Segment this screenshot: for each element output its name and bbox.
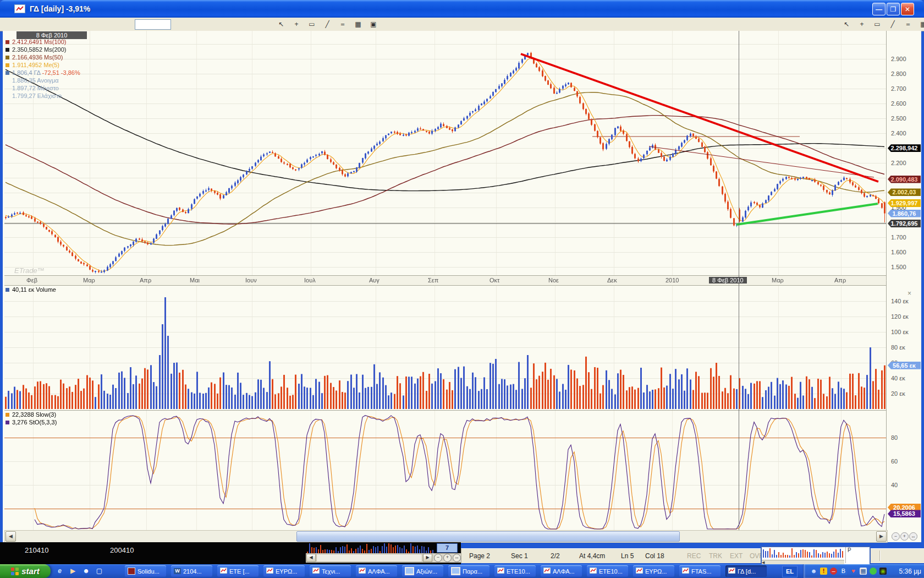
mini-bar (767, 551, 768, 558)
shield-alert-icon[interactable]: ! (820, 568, 827, 575)
taskbar-button[interactable]: FTAS... (679, 565, 721, 577)
scrollbar-thumb[interactable] (296, 531, 680, 542)
mini-scroll-left-icon[interactable]: ◀ (306, 554, 316, 562)
time-axis-label: Δεκ (607, 277, 617, 283)
chart-canvas[interactable] (4, 31, 887, 530)
messenger-status-icon[interactable] (870, 568, 877, 575)
taskbar-button[interactable]: ETE [... (217, 565, 258, 577)
mini-chart-window[interactable]: P ◀ (761, 546, 871, 566)
minimize-button[interactable]: — (872, 3, 886, 15)
taskbar-button[interactable]: Αξιών... (402, 565, 443, 577)
taskbar-button[interactable]: ΕΤΕ10... (494, 565, 536, 577)
taskbar-button[interactable]: W2104... (171, 565, 212, 577)
trendline-icon[interactable]: ╱ (887, 19, 899, 30)
mini-bar (316, 547, 317, 553)
mini-bar (424, 547, 425, 553)
image-icon[interactable]: ▦ (352, 19, 364, 30)
status-toggle-trk[interactable]: TRK (709, 552, 722, 560)
language-indicator[interactable]: EL (782, 566, 798, 577)
windows-flag-icon (11, 568, 19, 575)
legend-line: 2.166,4936 Ms(50) (6, 54, 63, 61)
start-button[interactable]: start (0, 564, 51, 578)
taskbar-button[interactable]: Τεχνι... (310, 565, 351, 577)
status-toggle-ext[interactable]: EXT (730, 552, 743, 560)
zoom-fit-icon[interactable]: ↔ (909, 532, 917, 541)
mini-bar (765, 551, 766, 558)
image-icon[interactable]: ▦ (917, 19, 924, 30)
word-icon: W (174, 568, 181, 574)
zoom-in-icon[interactable]: + (900, 532, 909, 541)
time-axis-label: Ιουν (245, 277, 257, 283)
scroll-right-icon[interactable]: ▶ (876, 531, 887, 542)
no-entry-icon[interactable]: – (830, 568, 837, 575)
window-chart-icon (14, 4, 25, 13)
mini-zoom-out-icon[interactable]: − (434, 554, 442, 562)
time-axis-label: Φεβ (26, 277, 37, 283)
taskbar-button[interactable]: ΕΤΕ10... (587, 565, 628, 577)
user-icon[interactable]: ☻ (810, 568, 817, 575)
mini-bar (366, 544, 367, 553)
mini-bar (402, 548, 403, 553)
desktop: ΓΔ [daily] -3,91% — ❐ ✕ ↖+▭╱＝▦▣ ↖+▭╱＝▦▣ … (0, 0, 924, 578)
price-tick-label: 2.700 (891, 85, 906, 92)
pointer-icon[interactable]: ↖ (275, 19, 287, 30)
rectangle-icon[interactable]: ▭ (871, 19, 883, 30)
calendar-app-icon[interactable]: ▦ (860, 568, 867, 575)
taskbar-button[interactable]: ΕΥΡΩ... (263, 565, 305, 577)
zoom-out-icon[interactable]: − (892, 532, 900, 541)
time-axis-label: Μαρ (83, 277, 95, 283)
time-axis-label: 2010 (666, 277, 679, 283)
close-button[interactable]: ✕ (901, 3, 914, 15)
stoch-legend: 3,276 StO(5,3,3) (6, 419, 57, 426)
bluetooth-icon[interactable]: B (840, 568, 847, 575)
taskbar-button[interactable]: ΕΥΡΩ... (633, 565, 674, 577)
taskbar-button[interactable]: Solidu... (125, 565, 166, 577)
mini-bar (382, 546, 383, 553)
app-icon (128, 568, 135, 575)
mini-scroll-track[interactable] (316, 554, 422, 562)
crosshair-plus-icon[interactable]: + (856, 19, 868, 30)
chart-icon (590, 568, 597, 575)
mini-chart-side-panel: P (845, 547, 870, 563)
messenger-icon[interactable]: ☻ (81, 566, 91, 575)
mini-bar (410, 543, 411, 553)
status-toggle-rec[interactable]: REC (687, 552, 701, 560)
trendline-icon[interactable]: ╱ (321, 19, 333, 30)
price-tick-label: 2.400 (891, 130, 906, 137)
taskbar-button[interactable]: Παρα... (448, 565, 490, 577)
mini-bar (336, 547, 337, 553)
mini-bar (351, 548, 352, 553)
drawing-tools-right: ↖+▭╱＝▦▣ (840, 19, 924, 30)
mini-bar (360, 546, 361, 553)
health-icon[interactable]: ♥ (850, 568, 857, 575)
scroll-left-icon[interactable]: ◀ (6, 531, 16, 542)
equals-icon[interactable]: ＝ (902, 19, 914, 30)
symbol-input[interactable] (135, 19, 171, 30)
mini-zoom-in-icon[interactable]: + (443, 554, 452, 562)
mini-zoom-fit-icon[interactable]: ↔ (453, 554, 461, 562)
equals-icon[interactable]: ＝ (337, 19, 349, 30)
mini-volume-preview[interactable] (307, 543, 435, 553)
taskbar-button[interactable]: ΓΔ [d... (725, 565, 767, 577)
nvidia-icon[interactable]: ◉ (879, 568, 887, 575)
crosshair-plus-icon[interactable]: + (290, 19, 302, 30)
save-icon[interactable]: ▣ (367, 19, 380, 30)
rectangle-icon[interactable]: ▭ (306, 19, 318, 30)
mini-scroll-right-icon[interactable]: ▶ (423, 554, 432, 562)
player-icon[interactable]: ▶ (68, 566, 78, 575)
price-tag: 2.090,483 (888, 176, 921, 183)
mini-badge[interactable]: 7 (437, 543, 458, 553)
show-desktop-icon[interactable]: ▢ (95, 566, 104, 575)
ie-icon[interactable]: e (55, 566, 64, 575)
pointer-icon[interactable]: ↖ (840, 19, 853, 30)
chart-h-scrollbar[interactable]: ◀ ▶ (4, 530, 888, 543)
taskbar-button[interactable]: ΑΛΦΑ... (356, 565, 397, 577)
restore-button[interactable]: ❐ (887, 3, 900, 15)
window-titlebar: ΓΔ [daily] -3,91% — ❐ ✕ (0, 0, 924, 18)
mini-bar (342, 546, 343, 553)
taskbar-button[interactable]: ΑΛΦΑ... (541, 565, 582, 577)
bottom-panel: 210410 200410 7 ◀ ▶ − + ↔ (0, 542, 461, 564)
mini-bar (809, 552, 810, 558)
legend-line: 1.886,35 Ανοιγμα (6, 77, 59, 84)
volume-pane-close-icon[interactable]: × (908, 290, 911, 297)
